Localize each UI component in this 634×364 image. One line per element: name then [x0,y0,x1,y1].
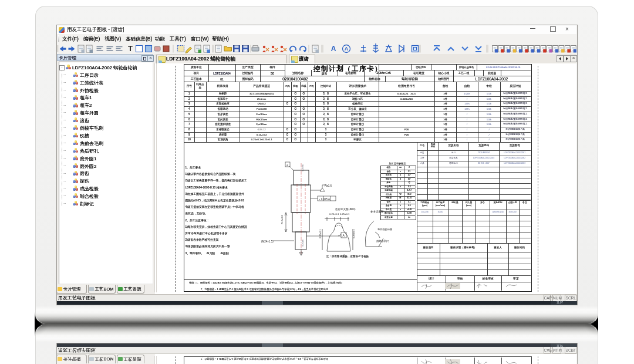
svg-text:71.5±0.2: 71.5±0.2 [281,215,284,224]
svg-text:参考齿廓图: 参考齿廓图 [370,210,384,213]
svg-text:2: 2 [286,163,288,167]
svg-text:Φ25h6: Φ25h6 [301,164,304,171]
svg-text:Φ20k6: Φ20k6 [301,239,304,247]
svg-text:倒棱修形(?): 倒棱修形(?) [376,240,389,243]
svg-text:0.25±0.1: 0.25±0.1 [329,213,339,215]
svg-text:⌖ 0.025 A: ⌖ 0.025 A [319,198,330,201]
svg-text:0.25±0.1: 0.25±0.1 [319,229,322,238]
svg-text:A: A [331,45,336,53]
svg-text:Ra1.6: Ra1.6 [325,184,332,187]
svg-text:0.25±0.1: 0.25±0.1 [340,213,350,215]
svg-text:齿形放大图(局部): 齿形放大图(局部) [335,207,356,211]
svg-text:A: A [345,46,349,52]
svg-text:0.25±0.1: 0.25±0.1 [352,229,355,238]
svg-text:渐开线起始圆: 渐开线起始圆 [377,228,392,231]
svg-text:(M24×1.5): (M24×1.5) [261,240,274,243]
svg-text:T: T [128,44,133,53]
